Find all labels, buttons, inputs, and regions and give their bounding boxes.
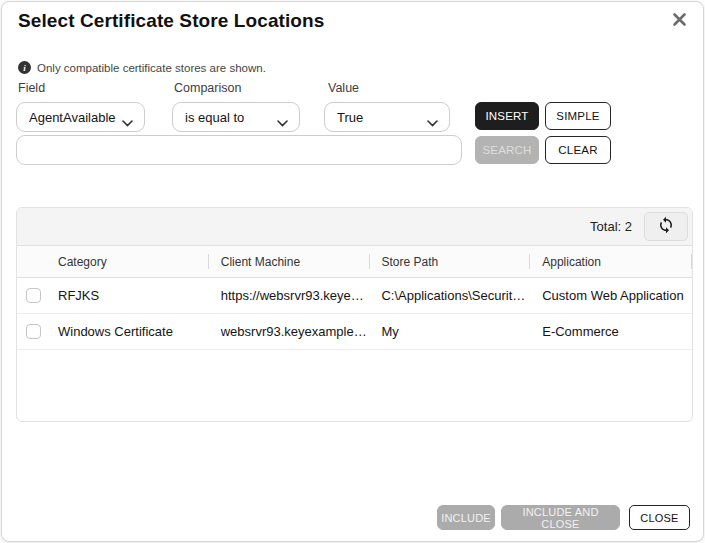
value-label: Value — [328, 81, 359, 95]
cell-application: E-Commerce — [529, 314, 692, 349]
dialog-close-button[interactable] — [669, 11, 689, 31]
column-divider — [369, 254, 370, 269]
cell-store-path: C:\Applications\Securit… — [368, 278, 529, 313]
column-divider — [208, 254, 209, 269]
table-row[interactable]: Windows Certificate websrvr93.keyexample… — [17, 314, 692, 350]
query-input[interactable] — [16, 135, 462, 165]
table-toolbar: Total: 2 — [17, 208, 692, 246]
close-button[interactable]: CLOSE — [629, 505, 690, 530]
chevron-down-icon — [277, 115, 288, 130]
include-button[interactable]: INCLUDE — [437, 505, 495, 530]
value-select-value: True — [337, 110, 363, 125]
column-header-label: Application — [542, 255, 601, 269]
include-and-close-button[interactable]: INCLUDE AND CLOSE — [501, 505, 620, 530]
column-divider — [529, 254, 530, 269]
close-icon — [672, 12, 687, 30]
comparison-select-value: is equal to — [185, 110, 244, 125]
comparison-select[interactable]: is equal to — [172, 102, 300, 132]
field-select-value: AgentAvailable — [29, 110, 116, 125]
column-header-store-path[interactable]: Store Path — [369, 246, 530, 277]
value-select[interactable]: True — [324, 102, 450, 132]
column-header-label: Store Path — [382, 255, 439, 269]
dialog-title: Select Certificate Store Locations — [18, 10, 324, 32]
row-checkbox[interactable] — [26, 324, 41, 339]
table-header-row: Category Client Machine Store Path Appli… — [17, 246, 692, 278]
field-label: Field — [18, 81, 45, 95]
column-header-category[interactable]: Category — [17, 246, 208, 277]
certificate-store-table: Total: 2 Category Client Machine Store P… — [16, 207, 693, 422]
cell-application: Custom Web Application — [529, 278, 692, 313]
cell-category: Windows Certificate — [58, 324, 173, 339]
info-text: Only compatible certificate stores are s… — [37, 62, 266, 74]
column-header-client-machine[interactable]: Client Machine — [208, 246, 369, 277]
column-divider — [691, 254, 692, 269]
cell-category: RFJKS — [58, 288, 99, 303]
comparison-label: Comparison — [174, 81, 241, 95]
column-header-label: Client Machine — [221, 255, 300, 269]
column-header-application[interactable]: Application — [529, 246, 692, 277]
search-button[interactable]: SEARCH — [475, 136, 539, 164]
row-checkbox[interactable] — [26, 288, 41, 303]
select-certificate-store-dialog: Select Certificate Store Locations i Onl… — [1, 1, 704, 542]
field-select[interactable]: AgentAvailable — [16, 102, 145, 132]
cell-store-path: My — [368, 314, 529, 349]
info-icon: i — [18, 61, 31, 74]
chevron-down-icon — [427, 115, 438, 130]
cell-client-machine: websrvr93.keyexample… — [208, 314, 369, 349]
cell-client-machine: https://websrvr93.keye… — [208, 278, 369, 313]
clear-button[interactable]: CLEAR — [545, 136, 611, 164]
info-message: i Only compatible certificate stores are… — [18, 61, 266, 74]
simple-button[interactable]: SIMPLE — [545, 102, 611, 130]
table-row[interactable]: RFJKS https://websrvr93.keye… C:\Applica… — [17, 278, 692, 314]
refresh-icon — [657, 216, 675, 237]
refresh-button[interactable] — [644, 212, 688, 241]
chevron-down-icon — [122, 115, 133, 130]
insert-button[interactable]: INSERT — [475, 102, 539, 130]
total-count: Total: 2 — [590, 219, 632, 234]
